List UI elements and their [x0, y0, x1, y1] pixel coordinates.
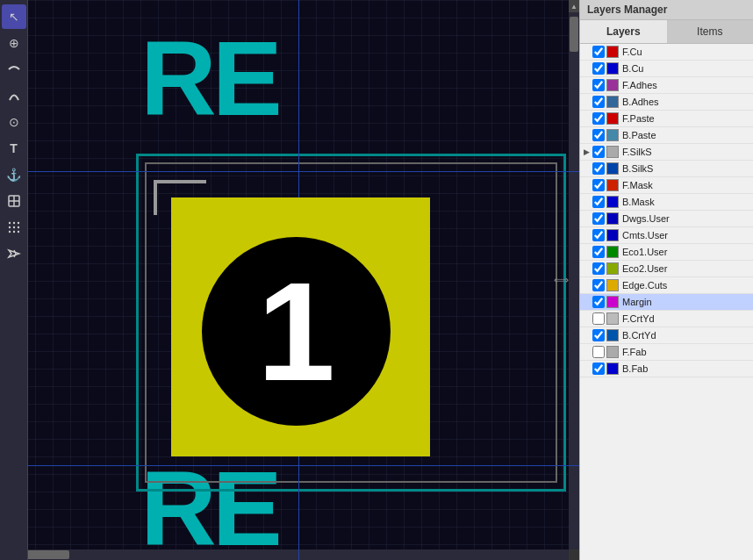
layer-visibility-checkbox[interactable] — [592, 363, 605, 375]
layer-row[interactable]: B.CrtYd — [580, 327, 753, 344]
layer-color-swatch — [606, 312, 619, 325]
layer-name-label: F.Cu — [622, 47, 642, 57]
layer-visibility-checkbox[interactable] — [592, 312, 605, 325]
pad-tool[interactable]: ⊙ — [2, 110, 26, 134]
scroll-thumb-vertical[interactable] — [570, 17, 578, 52]
layer-name-label: F.CrtYd — [622, 313, 655, 324]
layer-color-swatch — [606, 246, 619, 258]
layer-color-swatch — [606, 162, 619, 175]
layer-name-label: Eco1.User — [622, 247, 667, 257]
layer-color-swatch — [606, 229, 619, 241]
component-number: 1 — [257, 262, 335, 402]
target-tool[interactable]: ⊕ — [2, 31, 26, 55]
panel-resize-handle[interactable]: ⟺ — [554, 274, 569, 286]
crosshair-horizontal — [0, 171, 579, 172]
layer-visibility-checkbox[interactable] — [592, 146, 605, 158]
layer-name-label: F.Paste — [622, 113, 655, 124]
layer-visibility-checkbox[interactable] — [592, 179, 605, 191]
resize-corner[interactable] — [569, 549, 579, 560]
component-circle: 1 — [202, 237, 391, 426]
layer-name-label: B.Adhes — [622, 97, 659, 107]
layer-name-label: B.Cu — [622, 63, 643, 74]
canvas-area[interactable]: RE 1 RE ↖ ⊕ ⊙ T ⚓ — [0, 0, 579, 560]
layer-name-label: B.CrtYd — [622, 330, 656, 341]
canvas-text-top: RE — [140, 18, 278, 139]
layer-row[interactable]: B.SilkS — [580, 161, 753, 177]
layer-visibility-checkbox[interactable] — [592, 79, 605, 91]
layer-color-swatch — [606, 346, 619, 358]
layer-row[interactable]: Cmts.User — [580, 227, 753, 244]
layer-color-swatch — [606, 112, 619, 125]
layer-visibility-checkbox[interactable] — [592, 346, 605, 358]
grid-tool[interactable] — [2, 215, 26, 240]
layer-visibility-checkbox[interactable] — [592, 296, 605, 308]
panel-title: Layers Manager — [580, 0, 753, 20]
tab-layers[interactable]: Layers — [580, 20, 667, 43]
layer-row[interactable]: Margin — [580, 294, 753, 311]
layer-visibility-checkbox[interactable] — [592, 262, 605, 275]
layer-row[interactable]: B.Cu — [580, 61, 753, 77]
layer-row[interactable]: Eco2.User — [580, 261, 753, 277]
layer-name-label: Dwgs.User — [622, 213, 670, 224]
layer-visibility-checkbox[interactable] — [592, 279, 605, 291]
layer-row[interactable]: B.Mask — [580, 194, 753, 211]
canvas-scrollbar-vertical[interactable]: ▲ — [569, 0, 579, 560]
layer-row[interactable]: F.Fab — [580, 344, 753, 361]
layer-color-swatch — [606, 212, 619, 225]
scroll-up-arrow[interactable]: ▲ — [569, 0, 579, 12]
layer-row[interactable]: ▶F.SilkS — [580, 144, 753, 161]
layer-row[interactable]: F.Adhes — [580, 77, 753, 94]
layer-visibility-checkbox[interactable] — [592, 212, 605, 225]
layer-row[interactable]: Eco1.User — [580, 244, 753, 261]
layer-color-swatch — [606, 262, 619, 275]
layer-visibility-checkbox[interactable] — [592, 96, 605, 108]
layer-color-swatch — [606, 296, 619, 308]
layer-name-label: B.Fab — [622, 363, 648, 374]
layer-visibility-checkbox[interactable] — [592, 229, 605, 241]
layer-name-label: Cmts.User — [622, 230, 668, 241]
layer-visibility-checkbox[interactable] — [592, 329, 605, 341]
layer-row[interactable]: B.Fab — [580, 361, 753, 377]
layer-row[interactable]: F.Mask — [580, 177, 753, 194]
layer-row[interactable]: F.Cu — [580, 44, 753, 61]
layer-visibility-checkbox[interactable] — [592, 196, 605, 208]
layers-list[interactable]: F.CuB.CuF.AdhesB.AdhesF.PasteB.Paste▶F.S… — [580, 44, 753, 560]
route-tool[interactable] — [2, 57, 26, 82]
svg-point-11 — [17, 231, 18, 233]
layer-visibility-checkbox[interactable] — [592, 162, 605, 175]
layer-visibility-checkbox[interactable] — [592, 46, 605, 58]
layer-row[interactable]: B.Paste — [580, 127, 753, 144]
layer-color-swatch — [606, 146, 619, 158]
anchor-tool[interactable]: ⚓ — [2, 162, 26, 187]
layer-row[interactable]: B.Adhes — [580, 94, 753, 111]
text-tool[interactable]: T — [2, 136, 26, 161]
tab-items[interactable]: Items — [667, 20, 754, 43]
layer-visibility-checkbox[interactable] — [592, 112, 605, 125]
layer-row[interactable]: F.CrtYd — [580, 311, 753, 327]
layer-color-swatch — [606, 279, 619, 291]
layer-color-swatch — [606, 179, 619, 191]
layer-row[interactable]: Dwgs.User — [580, 211, 753, 227]
layer-name-label: B.Paste — [622, 130, 656, 140]
cursor-tool[interactable]: ↖ — [2, 4, 26, 29]
drc-tool[interactable] — [2, 241, 26, 266]
layer-name-label: Eco2.User — [622, 263, 667, 274]
arc-tool[interactable] — [2, 83, 26, 108]
layer-name-label: B.Mask — [622, 197, 655, 207]
layer-row[interactable]: F.Paste — [580, 111, 753, 127]
canvas-scrollbar-horizontal[interactable]: ◄ — [0, 549, 569, 560]
layer-row[interactable]: Edge.Cuts — [580, 277, 753, 294]
layer-name-label: F.Mask — [622, 180, 653, 190]
svg-point-6 — [8, 226, 10, 228]
via-tool[interactable] — [2, 189, 26, 213]
svg-point-7 — [12, 226, 14, 228]
layer-visibility-checkbox[interactable] — [592, 62, 605, 75]
layer-name-label: F.Fab — [622, 347, 647, 357]
layer-visibility-checkbox[interactable] — [592, 129, 605, 141]
layer-name-label: Edge.Cuts — [622, 280, 667, 291]
layer-color-swatch — [606, 329, 619, 341]
crosshair-horizontal-2 — [0, 465, 579, 466]
svg-point-5 — [17, 222, 18, 224]
layer-visibility-checkbox[interactable] — [592, 246, 605, 258]
layer-color-swatch — [606, 129, 619, 141]
